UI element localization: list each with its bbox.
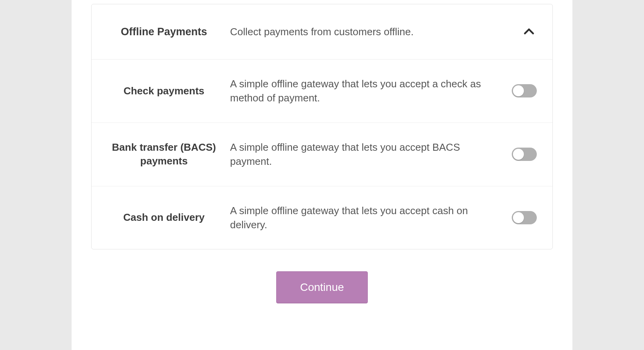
check-payments-toggle[interactable]: [512, 84, 537, 97]
continue-button[interactable]: Continue: [276, 271, 368, 303]
offline-payments-panel: Offline Payments Collect payments from c…: [91, 4, 553, 249]
footer: Continue: [72, 249, 572, 303]
cod-payments-toggle[interactable]: [512, 211, 537, 224]
page-card: Offline Payments Collect payments from c…: [72, 0, 572, 350]
toggle-knob: [513, 85, 524, 96]
cod-payments-title: Cash on delivery: [107, 211, 221, 224]
check-payments-title: Check payments: [107, 84, 221, 98]
bacs-payments-description: A simple offline gateway that lets you a…: [230, 140, 496, 169]
offline-payments-header[interactable]: Offline Payments Collect payments from c…: [92, 4, 552, 60]
bacs-payments-title: Bank transfer (BACS) payments: [107, 141, 221, 168]
payment-option-bacs: Bank transfer (BACS) payments A simple o…: [92, 123, 552, 186]
toggle-knob: [513, 212, 524, 223]
offline-payments-description: Collect payments from customers offline.: [230, 25, 496, 39]
bacs-payments-toggle[interactable]: [512, 148, 537, 161]
chevron-up-icon[interactable]: [521, 24, 537, 40]
toggle-knob: [513, 149, 524, 160]
payment-option-cod: Cash on delivery A simple offline gatewa…: [92, 186, 552, 249]
page-background: Offline Payments Collect payments from c…: [0, 0, 644, 350]
collapse-control: [505, 24, 537, 40]
payment-option-check: Check payments A simple offline gateway …: [92, 60, 552, 123]
cod-payments-description: A simple offline gateway that lets you a…: [230, 204, 496, 232]
offline-payments-title: Offline Payments: [107, 25, 221, 39]
check-payments-description: A simple offline gateway that lets you a…: [230, 77, 496, 105]
